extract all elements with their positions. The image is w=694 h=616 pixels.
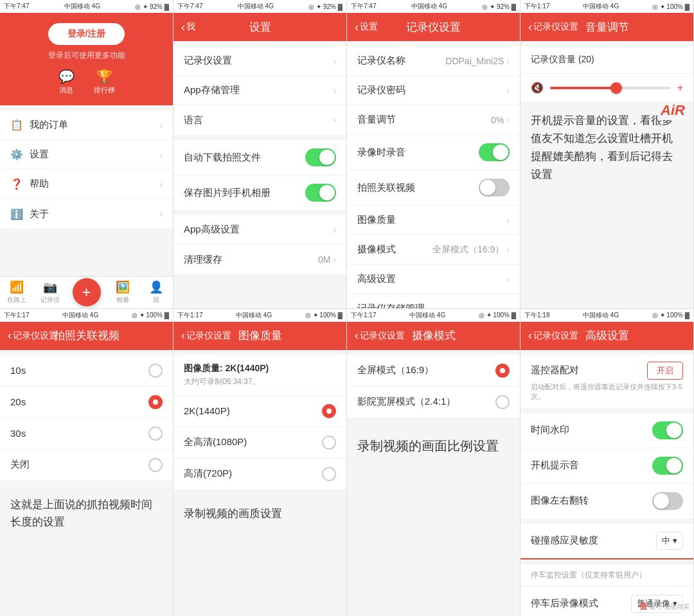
status-bar-5: 下午1:17 中国移动 4G ◎ ✦ 100% ▓: [0, 309, 173, 322]
back-button-5[interactable]: ‹ 记录仪设置: [181, 329, 231, 342]
pv-30s[interactable]: 30s: [0, 418, 173, 450]
carrier-4: 中国移动 4G: [583, 2, 619, 11]
radio-2k[interactable]: [322, 404, 336, 418]
cm-cinema[interactable]: 影院宽屏模式（2.4:1）: [347, 387, 520, 418]
menu-orders[interactable]: 📋 我的订单 ›: [0, 110, 173, 140]
pv-off[interactable]: 关闭: [0, 450, 173, 480]
adv-flip[interactable]: 图像左右翻转: [520, 484, 693, 518]
toggle-audio[interactable]: [479, 143, 510, 161]
back-arrow-icon-4: ‹: [8, 329, 12, 342]
time-2: 下午7:47: [177, 2, 202, 11]
back-label-1: 我: [186, 21, 195, 33]
pv-10s[interactable]: 10s: [0, 355, 173, 387]
back-button-3[interactable]: ‹ 记录仪设置: [528, 21, 578, 34]
menu-about[interactable]: ℹ️ 关于 ›: [0, 199, 173, 229]
image-quality-header: ‹ 记录仪设置 图像质量: [174, 322, 346, 350]
pv-20s[interactable]: 20s: [0, 387, 173, 418]
rec-storage[interactable]: 记录仪存储管理 ›: [347, 294, 520, 308]
radio-cinema[interactable]: [495, 395, 510, 409]
settings-auto-dl[interactable]: 自动下载拍照文件: [174, 140, 346, 175]
fab-button[interactable]: +: [73, 278, 101, 306]
rec-name[interactable]: 记录仪名称 DDPai_Mini2S ›: [347, 46, 520, 76]
radio-off[interactable]: [148, 458, 163, 472]
cache-value: 0M: [318, 254, 330, 265]
volume-section: 记录仪音量 (20) 🔇 +: [520, 46, 693, 101]
menu-about-label: 关于: [30, 208, 49, 220]
nav-recorder[interactable]: 📷 记录仪: [33, 280, 67, 304]
toggle-photo-video[interactable]: [479, 179, 510, 197]
nav-road-label: 在路上: [7, 295, 26, 304]
back-button-4[interactable]: ‹ 记录仪设置: [8, 329, 58, 342]
radio-1080p[interactable]: [322, 436, 336, 450]
back-label-6: 记录仪设置: [360, 330, 405, 342]
back-label-5: 记录仪设置: [186, 330, 231, 342]
rec-photo-video-label: 拍照关联视频: [357, 182, 415, 194]
album-icon: 🖼️: [116, 280, 130, 294]
adv-remote: 遥控器配对 开启 启动配对后，将遥控器靠近记录仪并连续按下3-5次。: [520, 355, 693, 408]
iq-annotation: 录制视频的画质设置: [184, 505, 336, 522]
toggle-boot-sound[interactable]: [652, 457, 683, 475]
volume-slider-track[interactable]: [550, 87, 671, 89]
nav-album[interactable]: 🖼️ 相册: [106, 280, 139, 304]
back-button-2[interactable]: ‹ 设置: [355, 21, 378, 34]
collision-dropdown[interactable]: 中 ▾: [656, 532, 683, 550]
rec-advanced[interactable]: 高级设置 ›: [347, 265, 520, 294]
remote-pair-button[interactable]: 开启: [647, 362, 683, 380]
settings-storage[interactable]: App存储管理 ›: [174, 76, 346, 105]
toggle-watermark[interactable]: [652, 421, 683, 439]
nav-ranking[interactable]: 🏆 排行榜: [94, 69, 115, 95]
adv-watermark[interactable]: 时间水印: [520, 413, 693, 448]
advanced-header: ‹ 记录仪设置 高级设置: [520, 322, 693, 350]
settings-lang[interactable]: 语言 ›: [174, 105, 346, 135]
radio-720p[interactable]: [322, 467, 336, 481]
menu-settings[interactable]: ⚙️ 设置 ›: [0, 140, 173, 170]
toggle-auto-dl[interactable]: [305, 148, 336, 166]
rec-volume[interactable]: 音量调节 0% ›: [347, 105, 520, 135]
back-button-7[interactable]: ‹ 记录仪设置: [528, 329, 578, 342]
header-title-7: 高级设置: [585, 328, 629, 343]
menu-help[interactable]: ❓ 帮助 ›: [0, 170, 173, 199]
arrow-icon-3: ›: [159, 179, 163, 189]
radio-fullscreen[interactable]: [495, 364, 510, 378]
rec-photo-video[interactable]: 拍照关联视频: [347, 170, 520, 206]
me-icon: 👤: [149, 280, 163, 294]
toggle-save-photo[interactable]: [305, 184, 336, 202]
carrier-8: 中国移动 4G: [583, 311, 619, 320]
screen-home: 下午7:47 中国移动 4G ◎ ✦ 92% ▓ 登录/注册 登录后可使用更多功…: [0, 0, 174, 308]
pv-10s-label: 10s: [10, 365, 26, 376]
settings-clear-cache[interactable]: 清理缓存 0M ›: [174, 245, 346, 274]
icons-3: ◎ ✦ 92% ▓: [482, 3, 516, 10]
settings-app-advanced[interactable]: App高级设置 ›: [174, 215, 346, 245]
adv-collision[interactable]: 碰撞感应灵敏度 中 ▾: [520, 524, 693, 559]
screen-photo-video: 下午1:17 中国移动 4G ◎ ✦ 100% ▓ ‹ 记录仪设置 拍照关联视频…: [0, 308, 174, 617]
rec-password[interactable]: 记录仪密码 ›: [347, 76, 520, 105]
nav-me[interactable]: 👤 我: [139, 280, 173, 304]
status-bar-2: 下午7:47 中国移动 4G ◎ ✦ 92% ▓: [174, 0, 346, 13]
back-arrow-icon: ‹: [181, 21, 185, 34]
radio-10s[interactable]: [148, 364, 163, 378]
iq-720p[interactable]: 高清(720P): [174, 459, 346, 489]
photo-video-list: 10s 20s 30s 关闭: [0, 355, 173, 480]
iq-1080p[interactable]: 全高清(1080P): [174, 427, 346, 459]
radio-30s[interactable]: [148, 427, 163, 441]
back-button-1[interactable]: ‹ 我: [181, 21, 195, 34]
rec-mode[interactable]: 摄像模式 全屏模式（16:9） ›: [347, 235, 520, 265]
slider-thumb[interactable]: [610, 82, 622, 94]
iq-hint: 大约可录制06:34:37。: [184, 376, 336, 387]
login-button[interactable]: 登录/注册: [48, 23, 125, 45]
nav-road[interactable]: 📶 在路上: [0, 280, 33, 304]
rec-audio[interactable]: 录像时录音: [347, 135, 520, 170]
settings-save-photo-label: 保存图片到手机相册: [184, 187, 271, 199]
rec-quality[interactable]: 图像质量 ›: [347, 206, 520, 235]
toggle-flip[interactable]: [652, 492, 683, 510]
rec-mode-label: 摄像模式: [357, 243, 396, 256]
settings-save-photo[interactable]: 保存图片到手机相册: [174, 175, 346, 210]
back-arrow-icon-2: ‹: [355, 21, 359, 34]
back-button-6[interactable]: ‹ 记录仪设置: [355, 329, 405, 342]
radio-20s[interactable]: [148, 395, 163, 409]
nav-messages[interactable]: 💬 消息: [58, 69, 75, 95]
adv-boot-sound[interactable]: 开机提示音: [520, 448, 693, 484]
settings-recorder[interactable]: 记录仪设置 ›: [174, 46, 346, 76]
iq-2k[interactable]: 2K(1440P): [174, 396, 346, 427]
cm-fullscreen[interactable]: 全屏模式（16:9）: [347, 355, 520, 387]
